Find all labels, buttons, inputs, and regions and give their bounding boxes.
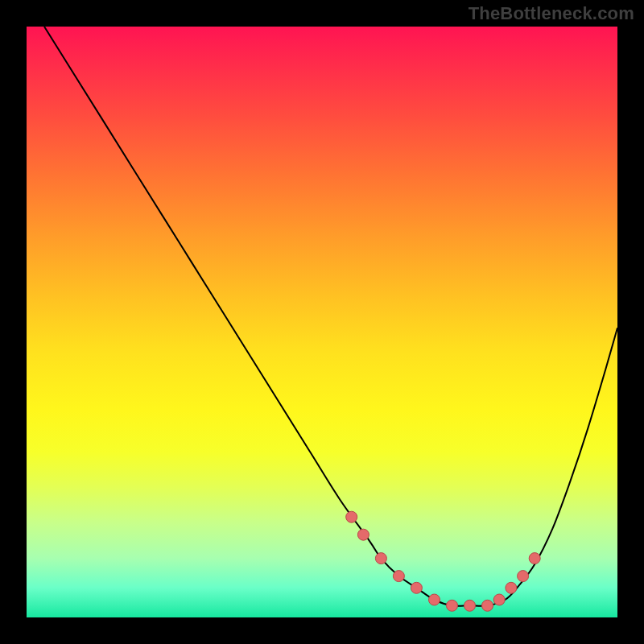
- highlight-dot: [482, 600, 493, 611]
- chart-svg: [27, 27, 617, 617]
- highlight-dot: [506, 582, 517, 593]
- highlight-dot: [429, 594, 440, 605]
- highlight-dot: [493, 594, 505, 605]
- watermark-text: TheBottleneck.com: [469, 3, 634, 24]
- highlight-dot: [346, 511, 357, 522]
- highlight-dot: [411, 582, 422, 593]
- highlight-dot: [375, 553, 386, 564]
- highlight-dots-group: [346, 511, 541, 611]
- highlight-dot: [529, 553, 540, 564]
- highlight-dot: [393, 571, 404, 582]
- highlight-dot: [518, 571, 529, 582]
- highlight-dot: [464, 600, 476, 611]
- highlight-dot: [447, 600, 458, 611]
- bottleneck-curve: [44, 27, 617, 606]
- chart-frame: TheBottleneck.com: [0, 0, 644, 644]
- highlight-dot: [357, 529, 369, 540]
